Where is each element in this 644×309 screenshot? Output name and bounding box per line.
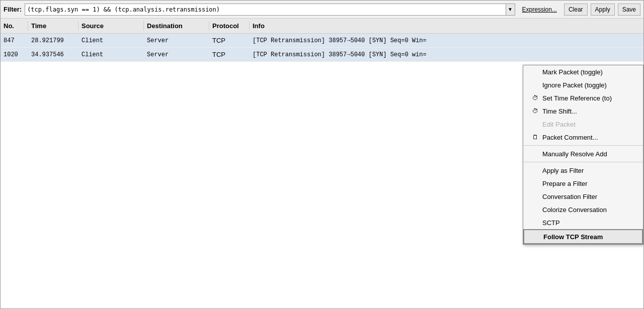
cell-destination-2: Server (144, 50, 209, 59)
col-header-destination: Destination (144, 21, 209, 31)
filter-input-wrap: ▼ (25, 4, 515, 16)
ctx-conversation-filter[interactable]: Conversation Filter (523, 190, 643, 203)
ctx-packet-comment[interactable]: 🗒 Packet Comment... (523, 131, 643, 144)
expression-button[interactable]: Expression... (518, 4, 561, 16)
cell-info-2: [TCP Retransmission] 38957→5040 [SYN] Se… (250, 50, 643, 59)
col-header-time: Time (28, 21, 78, 31)
table-row[interactable]: 847 28.921799 Client Server TCP [TCP Ret… (1, 34, 643, 48)
table-row[interactable]: 1020 34.937546 Client Server TCP [TCP Re… (1, 48, 643, 62)
ctx-sctp[interactable]: SCTP (523, 216, 643, 229)
context-menu: Mark Packet (toggle) Ignore Packet (togg… (523, 65, 643, 245)
filter-bar: Filter: ▼ Expression... Clear Apply Save (1, 1, 643, 19)
cell-info-1: [TCP Retransmission] 38957→5040 [SYN] Se… (250, 36, 643, 45)
separator-2 (523, 162, 643, 162)
col-header-protocol: Protocol (209, 21, 250, 31)
edit-packet-icon (531, 120, 539, 128)
save-button[interactable]: Save (618, 4, 640, 16)
cell-source-2: Client (78, 50, 144, 59)
ctx-apply-as-filter[interactable]: Apply as Filter (523, 164, 643, 177)
prepare-filter-icon (531, 179, 539, 187)
ctx-follow-tcp-stream[interactable]: Follow TCP Stream (523, 229, 643, 244)
cell-destination-1: Server (144, 36, 209, 45)
comment-icon: 🗒 (531, 133, 539, 141)
cell-no-1: 847 (1, 36, 28, 45)
cell-time-1: 28.921799 (28, 36, 78, 45)
cell-no-2: 1020 (1, 50, 28, 59)
col-header-no: No. (1, 21, 28, 31)
ctx-edit-packet: Edit Packet (523, 118, 643, 131)
clock2-icon: ⏱ (531, 107, 539, 115)
clear-button[interactable]: Clear (564, 4, 588, 16)
apply-filter-icon (531, 166, 539, 174)
sctp-icon (531, 219, 539, 227)
cell-protocol-1: TCP (209, 36, 250, 45)
cell-time-2: 34.937546 (28, 50, 78, 59)
col-header-source: Source (78, 21, 144, 31)
resolve-icon (531, 150, 539, 158)
packet-list-header: No. Time Source Destination Protocol Inf… (1, 19, 643, 34)
conversation-filter-icon (531, 192, 539, 200)
ctx-time-shift[interactable]: ⏱ Time Shift... (523, 105, 643, 118)
filter-dropdown-button[interactable]: ▼ (506, 4, 515, 15)
ctx-colorize-conversation[interactable]: Colorize Conversation (523, 203, 643, 216)
follow-tcp-icon (532, 233, 540, 241)
main-window: Filter: ▼ Expression... Clear Apply Save… (0, 0, 644, 309)
mark-packet-icon (531, 68, 539, 76)
filter-input[interactable] (25, 4, 505, 15)
cell-source-1: Client (78, 36, 144, 45)
ctx-prepare-filter[interactable]: Prepare a Filter (523, 177, 643, 190)
clock-icon: ⏱ (531, 94, 539, 102)
ctx-set-time-reference[interactable]: ⏱ Set Time Reference (to) (523, 91, 643, 105)
separator-1 (523, 145, 643, 146)
ctx-ignore-packet[interactable]: Ignore Packet (toggle) (523, 78, 643, 91)
packet-list: 847 28.921799 Client Server TCP [TCP Ret… (1, 34, 643, 308)
colorize-icon (531, 205, 539, 214)
apply-button[interactable]: Apply (591, 4, 615, 16)
cell-protocol-2: TCP (209, 50, 250, 59)
col-header-info: Info (250, 21, 643, 31)
ctx-mark-packet[interactable]: Mark Packet (toggle) (523, 65, 643, 78)
ignore-packet-icon (531, 81, 539, 89)
filter-label: Filter: (4, 6, 22, 13)
ctx-manually-resolve[interactable]: Manually Resolve Add (523, 147, 643, 160)
